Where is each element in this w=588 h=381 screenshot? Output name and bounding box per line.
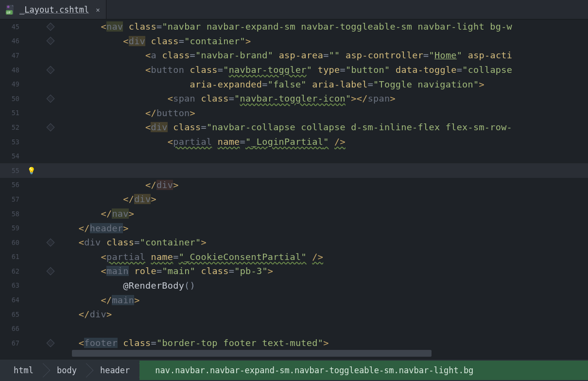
code-line[interactable]: </div> bbox=[56, 309, 588, 319]
code-line[interactable]: </div> bbox=[56, 180, 588, 190]
code-line[interactable]: </div> bbox=[56, 194, 588, 204]
code-line[interactable]: <nav class="navbar navbar-expand-sm navb… bbox=[56, 21, 588, 32]
fold-toggle[interactable] bbox=[45, 124, 56, 130]
fold-toggle[interactable] bbox=[45, 240, 56, 245]
line-number: 52 bbox=[0, 123, 23, 131]
code-line[interactable]: <a class="navbar-brand" asp-area="" asp-… bbox=[56, 50, 588, 60]
tab-bar: c# _Layout.cshtml ✕ bbox=[0, 0, 588, 19]
breadcrumb-item[interactable]: html bbox=[0, 361, 43, 380]
line-number: 50 bbox=[0, 95, 23, 103]
line-number: 64 bbox=[0, 296, 23, 304]
lightbulb-icon[interactable]: 💡 bbox=[23, 167, 39, 174]
line-number: 62 bbox=[0, 267, 23, 275]
line-number: 65 bbox=[0, 311, 23, 318]
code-line[interactable]: </header> bbox=[56, 223, 588, 233]
svg-point-1 bbox=[7, 5, 10, 8]
line-number: 51 bbox=[0, 109, 23, 117]
code-line[interactable]: </button> bbox=[56, 108, 588, 118]
fold-toggle[interactable] bbox=[45, 340, 56, 346]
fold-toggle[interactable] bbox=[45, 38, 56, 44]
fold-toggle[interactable] bbox=[45, 96, 56, 102]
code-line[interactable]: <div class="container"> bbox=[56, 237, 588, 247]
code-editor[interactable]: 45 <nav class="navbar navbar-expand-sm n… bbox=[0, 19, 588, 360]
close-icon[interactable]: ✕ bbox=[96, 6, 100, 14]
line-number: 57 bbox=[0, 195, 23, 203]
code-line[interactable]: aria-expanded="false" aria-label="Toggle… bbox=[56, 79, 588, 89]
line-number: 63 bbox=[0, 281, 23, 289]
code-line[interactable]: </nav> bbox=[56, 208, 588, 219]
code-line[interactable]: <partial name="_CookieConsentPartial" /> bbox=[56, 252, 588, 262]
line-number: 46 bbox=[0, 37, 23, 45]
line-number: 45 bbox=[0, 23, 23, 31]
line-number: 49 bbox=[0, 80, 23, 88]
code-line[interactable]: <partial name="_LoginPartial" /> bbox=[56, 137, 588, 147]
line-number: 54 bbox=[0, 152, 23, 160]
tab-label: _Layout.cshtml bbox=[19, 5, 89, 15]
breadcrumb-item[interactable]: body bbox=[43, 361, 86, 380]
fold-toggle[interactable] bbox=[45, 24, 56, 30]
code-line[interactable]: </main> bbox=[56, 295, 588, 305]
line-number: 66 bbox=[0, 325, 23, 332]
breadcrumb-item[interactable]: header bbox=[86, 361, 139, 380]
horizontal-scrollbar[interactable] bbox=[72, 350, 432, 357]
code-line[interactable]: <footer class="border-top footer text-mu… bbox=[56, 338, 588, 348]
fold-toggle[interactable] bbox=[45, 268, 56, 274]
line-number: 53 bbox=[0, 138, 23, 146]
code-line[interactable]: <div class="navbar-collapse collapse d-s… bbox=[56, 122, 588, 132]
line-number: 59 bbox=[0, 224, 23, 232]
code-line[interactable]: <div class="container"> bbox=[56, 36, 588, 46]
fold-toggle[interactable] bbox=[45, 67, 56, 73]
breadcrumb: html body header nav.navbar.navbar-expan… bbox=[0, 360, 588, 381]
cshtml-file-icon: c# bbox=[6, 4, 16, 15]
line-number: 60 bbox=[0, 239, 23, 246]
code-line[interactable]: <main role="main" class="pb-3"> bbox=[56, 266, 588, 276]
breadcrumb-item-current[interactable]: nav.navbar.navbar-expand-sm.navbar-toggl… bbox=[139, 361, 588, 380]
line-number: 48 bbox=[0, 66, 23, 74]
file-tab[interactable]: c# _Layout.cshtml ✕ bbox=[0, 0, 106, 19]
line-number: 55 bbox=[0, 167, 23, 174]
line-number: 47 bbox=[0, 52, 23, 59]
svg-text:c#: c# bbox=[7, 11, 11, 14]
line-number: 61 bbox=[0, 253, 23, 260]
code-line[interactable]: @RenderBody() bbox=[56, 280, 588, 291]
line-number: 58 bbox=[0, 210, 23, 218]
line-number: 56 bbox=[0, 181, 23, 189]
code-line[interactable]: <span class="navbar-toggler-icon"></span… bbox=[56, 93, 588, 104]
line-number: 67 bbox=[0, 339, 23, 347]
code-line[interactable]: <button class="navbar-toggler" type="but… bbox=[56, 65, 588, 75]
